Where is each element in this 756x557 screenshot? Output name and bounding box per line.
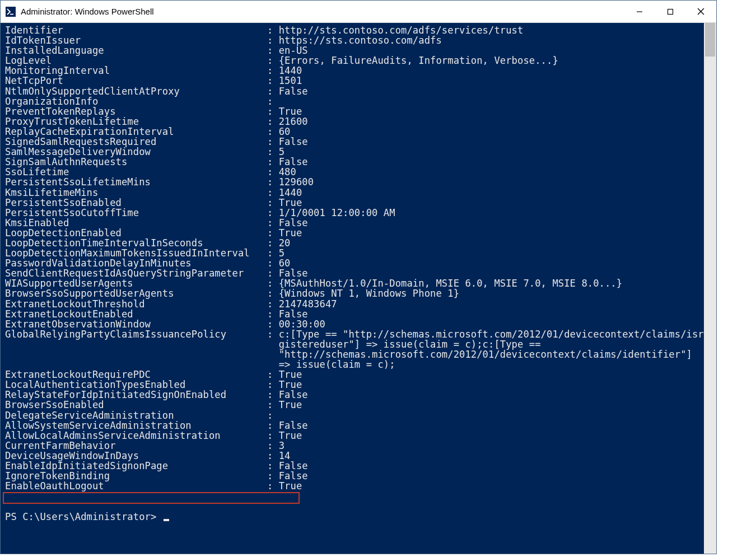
console-output[interactable]: Identifier : http://sts.contoso.com/adfs… (1, 23, 704, 554)
window-title: Administrator: Windows PowerShell (21, 7, 624, 16)
prompt-text: PS C:\Users\Administrator> (5, 512, 162, 522)
prompt[interactable]: PS C:\Users\Administrator> (5, 512, 699, 522)
console-body: Identifier : http://sts.contoso.com/adfs… (1, 23, 716, 554)
scroll-thumb[interactable] (705, 23, 715, 57)
cursor (164, 519, 169, 521)
titlebar[interactable]: Administrator: Windows PowerShell (1, 1, 716, 23)
minimize-button[interactable] (624, 1, 655, 22)
maximize-button[interactable] (655, 1, 685, 22)
powershell-window: Administrator: Windows PowerShell Identi… (0, 0, 717, 554)
powershell-icon (5, 6, 16, 17)
svg-rect-3 (668, 9, 673, 14)
window-controls (624, 1, 716, 22)
close-button[interactable] (685, 1, 716, 22)
scrollbar[interactable] (704, 23, 716, 554)
